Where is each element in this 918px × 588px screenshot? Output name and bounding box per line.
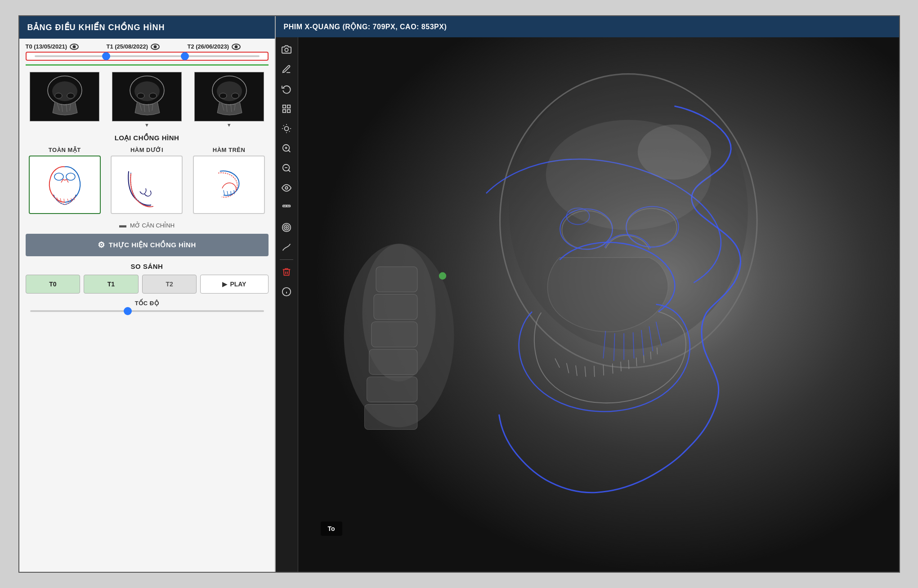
slider-track — [35, 55, 260, 57]
svg-point-39 — [286, 227, 287, 228]
svg-point-14 — [232, 93, 239, 98]
svg-line-25 — [283, 125, 284, 126]
svg-point-3 — [55, 93, 62, 98]
svg-point-9 — [149, 93, 157, 98]
alignment-row[interactable]: ▬ MỞ CĂN CHỈNH — [19, 221, 275, 229]
zoom-in-icon[interactable] — [278, 140, 295, 157]
curve-icon[interactable] — [278, 239, 295, 256]
xray-body: CDS — [276, 37, 899, 572]
t2-chevron-icon: ▼ — [227, 122, 232, 128]
svg-point-12 — [217, 81, 242, 101]
grid-icon[interactable] — [278, 100, 295, 117]
svg-point-13 — [219, 93, 227, 98]
t2-thumbnail[interactable]: ▼ — [194, 72, 264, 128]
play-button[interactable]: ▶ PLAY — [200, 275, 268, 294]
timeline-section: T0 (13/05/2021) T1 (25/08/2022) T2 (26/0… — [19, 39, 275, 68]
svg-rect-60 — [369, 349, 417, 374]
svg-rect-59 — [371, 322, 417, 347]
svg-point-66 — [439, 272, 446, 280]
toolbar-separator — [280, 259, 293, 260]
xray-image-area: CDS — [298, 37, 899, 572]
overlay-type-ham-duoi[interactable]: HÀM DƯỚI — [108, 147, 185, 214]
camera-icon[interactable] — [278, 41, 295, 58]
t0-thumbnail[interactable] — [30, 72, 99, 128]
eye-toolbar-icon[interactable] — [278, 179, 295, 196]
right-panel: PHIM X-QUANG (RỘNG: 709PX, CAO: 853PX) — [276, 16, 899, 572]
compare-title: SO SÁNH — [26, 263, 269, 270]
t1-slider-thumb[interactable] — [102, 52, 110, 60]
toan-mat-box[interactable] — [29, 156, 101, 214]
xray-toolbar — [276, 37, 298, 572]
pencil-icon[interactable] — [278, 61, 295, 78]
timeline-slider[interactable] — [26, 52, 269, 61]
svg-rect-19 — [287, 105, 290, 108]
svg-point-17 — [285, 48, 288, 51]
svg-rect-21 — [287, 110, 290, 112]
t1-thumbnail[interactable]: ▼ — [112, 72, 182, 128]
svg-point-16 — [66, 173, 75, 180]
svg-point-8 — [137, 93, 144, 98]
svg-point-38 — [284, 225, 289, 230]
speed-slider-thumb[interactable] — [124, 307, 132, 315]
ham-tren-box[interactable] — [193, 156, 265, 214]
action-button[interactable]: ⚙ THỰC HIỆN CHỒNG HÌNH — [26, 234, 269, 256]
zoom-out-icon[interactable] — [278, 160, 295, 177]
t0-label: T0 (13/05/2021) — [26, 43, 107, 50]
compare-buttons-row: T0 T1 T2 ▶ PLAY — [26, 275, 269, 294]
xray-title: PHIM X-QUANG (RỘNG: 709PX, CAO: 853PX) — [284, 23, 447, 31]
t1-thumb-img — [112, 72, 182, 121]
ruler-toolbar-icon[interactable] — [278, 199, 295, 216]
t2-label: T2 (26/06/2023) — [188, 43, 269, 50]
overlay-types: TOÀN MẶT — [19, 147, 275, 218]
overlay-type-title: LOẠI CHỒNG HÌNH — [19, 134, 275, 142]
brightness-icon[interactable] — [278, 120, 295, 137]
play-label: PLAY — [230, 281, 246, 288]
rotate-ccw-icon[interactable] — [278, 80, 295, 98]
play-icon: ▶ — [222, 281, 227, 288]
action-button-label: THỰC HIỆN CHỒNG HÌNH — [109, 241, 196, 249]
svg-point-22 — [284, 126, 288, 130]
compare-t0-button[interactable]: T0 — [26, 275, 81, 294]
svg-point-2 — [52, 81, 77, 101]
t1-label: T1 (25/08/2022) — [107, 43, 188, 50]
alignment-label: MỞ CĂN CHỈNH — [130, 222, 175, 229]
t2-thumb-img — [194, 72, 264, 121]
compare-t2-button[interactable]: T2 — [142, 275, 197, 294]
green-separator — [26, 64, 269, 66]
panel-title: BẢNG ĐIỀU KHIỂN CHỒNG HÌNH — [27, 23, 165, 32]
svg-rect-62 — [364, 404, 417, 429]
detection-label: To — [321, 521, 342, 536]
svg-line-34 — [288, 170, 290, 172]
t1-chevron-icon: ▼ — [144, 122, 149, 128]
xray-background — [298, 37, 899, 572]
t2-eye-icon[interactable] — [232, 44, 241, 50]
compare-t1-button[interactable]: T1 — [84, 275, 139, 294]
left-panel: BẢNG ĐIỀU KHIỂN CHỒNG HÌNH T0 (13/05/202… — [19, 16, 276, 572]
t0-thumb-img — [30, 72, 99, 121]
t0-eye-icon[interactable] — [70, 44, 79, 50]
svg-line-30 — [288, 150, 290, 152]
svg-rect-20 — [283, 110, 286, 112]
ham-duoi-box[interactable] — [111, 156, 183, 214]
speed-slider[interactable] — [26, 310, 269, 312]
speed-track — [30, 310, 264, 312]
speed-title: TỐC ĐỘ — [26, 300, 269, 307]
delete-icon[interactable] — [278, 263, 295, 281]
svg-rect-58 — [373, 294, 417, 320]
svg-rect-18 — [283, 105, 286, 108]
info-icon[interactable] — [278, 283, 295, 300]
svg-rect-61 — [367, 377, 417, 402]
target-icon[interactable] — [278, 219, 295, 236]
panel-header: BẢNG ĐIỀU KHIỂN CHỒNG HÌNH — [19, 16, 275, 39]
overlay-type-toan-mat[interactable]: TOÀN MẶT — [27, 147, 103, 214]
svg-point-7 — [134, 81, 160, 101]
t2-slider-thumb[interactable] — [181, 52, 189, 60]
overlay-type-ham-tren[interactable]: HÀM TRÊN — [191, 147, 267, 214]
ruler-icon: ▬ — [119, 221, 126, 229]
compare-section: SO SÁNH T0 T1 T2 ▶ PLAY — [19, 263, 275, 300]
svg-point-4 — [67, 93, 74, 98]
t1-eye-icon[interactable] — [151, 44, 160, 50]
svg-point-36 — [285, 187, 288, 189]
speed-section: TỐC ĐỘ — [19, 300, 275, 318]
timeline-labels: T0 (13/05/2021) T1 (25/08/2022) T2 (26/0… — [26, 43, 269, 50]
